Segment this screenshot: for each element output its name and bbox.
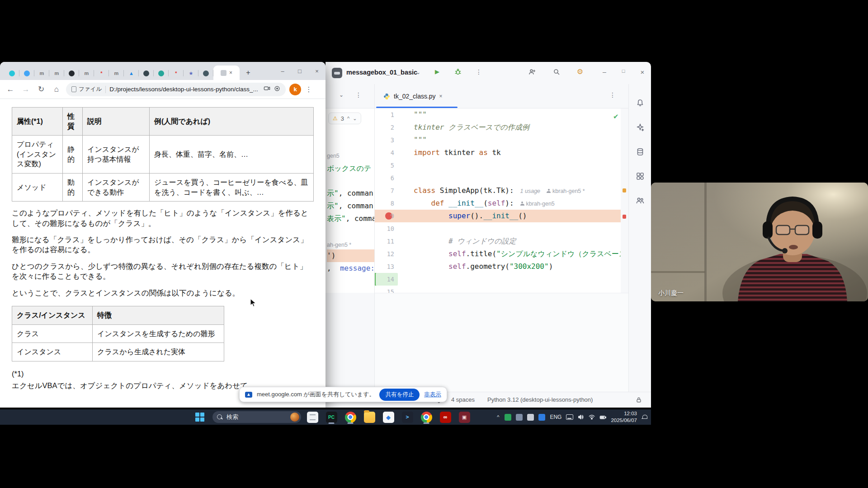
hide-banner-link[interactable]: 非表示	[424, 391, 441, 399]
tray-icon-4[interactable]	[538, 414, 545, 421]
warning-stripe-mark[interactable]	[623, 188, 626, 192]
line-number[interactable]: 9	[374, 210, 398, 222]
editor-tab-tk-02-class[interactable]: tk_02_class.py ×	[379, 84, 447, 108]
more-actions-icon[interactable]: ⋮	[474, 68, 484, 75]
address-url[interactable]: D:/projects/lessons/desktop-ui-lessons-p…	[109, 86, 260, 93]
code-with-me-icon[interactable]	[527, 68, 537, 77]
browser-menu-icon[interactable]: ⋮	[305, 85, 313, 94]
inspections-ok-icon[interactable]: ✔	[613, 113, 619, 121]
ide-maximize-button[interactable]: □	[618, 68, 628, 74]
browser-tab[interactable]: *	[169, 66, 184, 80]
line-number[interactable]: 3	[374, 134, 398, 146]
home-button[interactable]: ⌂	[51, 85, 62, 94]
code-editor[interactable]: 1"""2tkinter クラスベースでの作成例3"""4import tkin…	[374, 108, 621, 293]
line-number[interactable]: 14	[374, 273, 398, 286]
taskbar-app-explorer[interactable]	[363, 410, 376, 424]
code-line[interactable]: 7class SimpleApp(tk.Tk):1 usagekbrah-gen…	[374, 184, 621, 197]
code-line[interactable]: 3"""	[374, 134, 621, 146]
back-button[interactable]: ←	[5, 85, 16, 94]
prev-problem-icon[interactable]: ^	[347, 116, 349, 121]
ide-close-button[interactable]: ×	[637, 68, 647, 76]
line-number[interactable]: 7	[374, 184, 398, 197]
line-number[interactable]: 5	[374, 159, 398, 172]
code-line[interactable]: 12 self.title("シンプルなウィンドウ（クラスベース	[374, 248, 621, 260]
reload-button[interactable]: ↻	[35, 84, 47, 94]
browser-tab[interactable]	[19, 66, 34, 80]
notification-center-icon[interactable]	[642, 414, 647, 420]
code-line[interactable]: 5	[374, 159, 621, 172]
code-line[interactable]: 10	[374, 222, 621, 235]
language-indicator[interactable]: ENG	[550, 414, 561, 420]
tab-close-icon[interactable]: ×	[439, 93, 443, 99]
line-number[interactable]: 1	[374, 108, 398, 121]
taskbar-app-photos[interactable]: ◆	[382, 410, 395, 424]
search-daily-image[interactable]	[290, 413, 299, 422]
browser-tab[interactable]	[198, 66, 213, 80]
indent-indicator[interactable]: 4 spaces	[451, 396, 475, 403]
code-line[interactable]: 6	[374, 172, 621, 184]
project-name[interactable]: messagebox_01_basic	[346, 69, 417, 76]
line-number[interactable]: 8	[374, 197, 398, 210]
inspections-widget[interactable]: ⚠ 3 ^ ⌄	[328, 113, 361, 124]
next-problem-icon[interactable]: ⌄	[353, 116, 357, 122]
tray-icon-cloud[interactable]	[516, 414, 523, 421]
tray-icon-pen[interactable]	[527, 414, 534, 421]
browser-tab[interactable]: ★	[184, 66, 198, 80]
taskbar-app-office[interactable]: ▣	[458, 410, 471, 424]
code-line[interactable]: 1"""	[374, 108, 621, 121]
editor-split-divider[interactable]	[374, 84, 375, 392]
camera-icon[interactable]	[264, 85, 270, 94]
line-number[interactable]: 2	[374, 121, 398, 134]
debug-button[interactable]	[453, 68, 463, 77]
code-line[interactable]: 14	[374, 273, 621, 286]
ime-keyboard-icon[interactable]	[566, 414, 573, 420]
taskbar-app-chrome[interactable]	[344, 410, 357, 424]
plugins-icon[interactable]	[636, 172, 645, 181]
browser-tab[interactable]: *	[94, 66, 109, 80]
interpreter-indicator[interactable]: Python 3.12 (desktop-ui-lessons-python)	[487, 396, 593, 403]
stop-sharing-button[interactable]: 共有を停止	[379, 389, 420, 401]
forward-button[interactable]: →	[20, 85, 32, 94]
taskbar-app-acrobat[interactable]: ∞	[439, 410, 452, 424]
browser-tab[interactable]	[64, 66, 79, 80]
browser-tab[interactable]: m	[34, 66, 49, 80]
battery-icon[interactable]	[599, 414, 606, 421]
code-line[interactable]: 15	[374, 286, 621, 293]
code-line[interactable]: 11 # ウィンドウの設定	[374, 235, 621, 248]
browser-tab[interactable]: m	[109, 66, 124, 80]
code-line[interactable]: 2tkinter クラスベースでの作成例	[374, 121, 621, 134]
new-tab-button[interactable]: +	[242, 67, 254, 79]
chevron-down-icon[interactable]: ⌄	[416, 69, 420, 75]
taskbar-app-terminal[interactable]: >	[401, 410, 414, 424]
editor-options-icon[interactable]: ⋮	[609, 91, 616, 99]
users-icon[interactable]	[636, 196, 645, 205]
browser-tab[interactable]: ▲	[124, 66, 139, 80]
browser-tab[interactable]: m	[49, 66, 64, 80]
line-number[interactable]: 11	[374, 235, 398, 248]
notifications-bell-icon[interactable]	[636, 99, 645, 108]
database-icon[interactable]	[636, 147, 645, 156]
lock-icon[interactable]	[636, 397, 642, 404]
ai-assistant-icon[interactable]	[636, 123, 645, 132]
ide-minimize-button[interactable]: –	[599, 68, 609, 75]
extension-icon[interactable]	[274, 85, 280, 94]
project-icon[interactable]	[332, 68, 342, 78]
line-number[interactable]: 6	[374, 172, 398, 184]
line-number[interactable]: 10	[374, 222, 398, 235]
chevron-down-icon[interactable]: ⌄	[339, 92, 344, 98]
code-line[interactable]: 8 def __init__(self):kbrah-gen5	[374, 197, 621, 210]
code-line[interactable]: 13 self.geometry("300x200")	[374, 260, 621, 273]
run-button[interactable]: ▶	[432, 68, 442, 75]
browser-tab[interactable]: m	[79, 66, 94, 80]
code-line[interactable]: 4import tkinter as tk	[374, 146, 621, 159]
taskbar-app-chrome-2[interactable]	[420, 410, 433, 424]
taskbar-search[interactable]: 検索	[212, 411, 301, 423]
browser-tab[interactable]	[139, 66, 154, 80]
browser-tab[interactable]	[154, 66, 169, 80]
start-button[interactable]	[195, 413, 204, 422]
address-bar[interactable]: ファイル D:/projects/lessons/desktop-ui-less…	[66, 83, 286, 96]
tab-close-icon[interactable]: ×	[229, 70, 232, 76]
line-number[interactable]: 12	[374, 248, 398, 260]
taskbar-app-notes[interactable]	[306, 410, 319, 424]
browser-close-button[interactable]: ×	[308, 62, 326, 80]
